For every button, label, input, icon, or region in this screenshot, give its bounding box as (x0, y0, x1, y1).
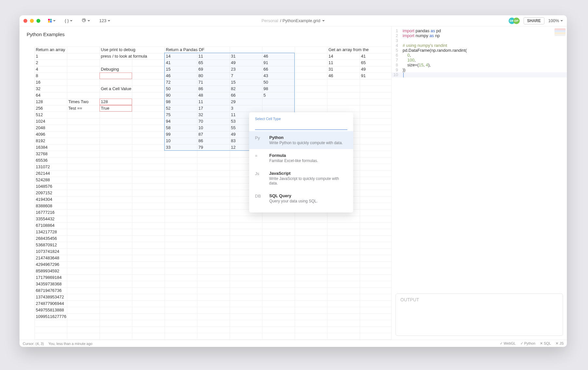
cell-type-option[interactable]: =FormulaFamiliar Excel-like formulas. (249, 149, 353, 167)
cell-type-popup: Select Cell Type PyPythonWrite Python to… (249, 112, 353, 212)
cell[interactable]: 8192 (34, 138, 67, 144)
minimize-icon[interactable] (30, 19, 34, 23)
svg-point-3 (85, 20, 85, 21)
code-line[interactable]: 2import numpy as np (392, 33, 567, 38)
cell[interactable]: 549755813888 (34, 307, 67, 313)
cell[interactable]: 46 (327, 73, 360, 79)
line-number: 9 (392, 67, 403, 72)
cell-label[interactable]: Debuging (100, 66, 158, 73)
cell[interactable]: 16777216 (34, 209, 67, 216)
code-line[interactable]: 7 100, (392, 58, 567, 62)
line-number: 1 (392, 28, 403, 33)
share-button[interactable]: SHARE (524, 17, 544, 24)
cell[interactable]: 4294967296 (34, 261, 67, 268)
color-button[interactable] (80, 17, 92, 24)
svg-point-2 (84, 19, 85, 20)
cell[interactable]: 4096 (34, 131, 67, 138)
cell[interactable]: 1073741824 (34, 248, 67, 255)
code-format-button[interactable]: { } (63, 18, 74, 24)
cell[interactable]: 1 (34, 53, 67, 60)
palette-icon (82, 18, 86, 23)
cell[interactable]: 64 (34, 92, 67, 99)
cell[interactable]: 14 (327, 53, 360, 60)
code-line[interactable]: 4# using numpy's randint (392, 43, 567, 48)
cell[interactable]: 91 (360, 73, 391, 79)
braces-icon: { } (65, 18, 69, 23)
main-area: Python Examples Return an arrayUse print… (20, 26, 567, 340)
cell[interactable]: 512 (34, 112, 67, 118)
code-line[interactable]: 3 (392, 38, 567, 43)
cell[interactable]: 8589934592 (34, 268, 67, 274)
cell[interactable]: 2 (34, 60, 67, 66)
cell[interactable]: 11 (327, 60, 360, 66)
cell[interactable]: 536870912 (34, 242, 67, 248)
code-line[interactable]: 9)) (392, 67, 567, 72)
page-title: Python Examples (27, 32, 65, 37)
cell[interactable]: 128 (34, 99, 67, 105)
zoom-control[interactable]: 100% (548, 18, 563, 23)
cell[interactable]: 1048576 (34, 183, 67, 190)
breadcrumb[interactable]: Personal / PythonExample.grid (261, 18, 325, 23)
cell[interactable]: 31 (327, 66, 360, 73)
file-name: PythonExample.grid (283, 18, 320, 23)
cell-type-option[interactable]: JsJavaScriptWrite JavaScript to quickly … (249, 167, 353, 189)
zoom-icon[interactable] (36, 19, 40, 23)
workspace-name: Personal (261, 18, 278, 23)
cell[interactable]: 8 (34, 73, 67, 79)
cell[interactable]: 32768 (34, 151, 67, 157)
cell[interactable]: 131072 (34, 164, 67, 170)
cell-label[interactable]: Get a Cell Value (100, 86, 158, 92)
cell[interactable]: 128 (100, 99, 132, 105)
app-window: { } 123 Personal / PythonExample.grid DK… (20, 15, 567, 347)
avatar[interactable]: DP (513, 18, 520, 24)
cell[interactable]: 2147483648 (34, 255, 67, 261)
cell[interactable]: 2097152 (34, 190, 67, 196)
cell-type-option[interactable]: PyPythonWrite Python to quickly compute … (249, 131, 353, 149)
code-line[interactable]: 8 size=(15, 4), (392, 62, 567, 67)
cell[interactable]: 16 (34, 79, 67, 86)
cell[interactable]: 262144 (34, 170, 67, 177)
cell[interactable]: 4194304 (34, 196, 67, 203)
presence-avatars[interactable]: DKDP (509, 18, 520, 24)
cell[interactable]: 1024 (34, 118, 67, 125)
code-line[interactable]: 10 (392, 72, 567, 77)
cell[interactable]: 17179869184 (34, 274, 67, 281)
number-format-button[interactable]: 123 (97, 18, 112, 24)
cell[interactable]: 65536 (34, 157, 67, 164)
cell-label[interactable]: Return an array (34, 47, 93, 53)
cell[interactable]: True (100, 105, 132, 112)
cell[interactable]: 1099511627776 (34, 313, 67, 320)
cell[interactable]: 49 (360, 66, 391, 73)
cell-label[interactable]: press / to look at formula (100, 53, 165, 60)
cell[interactable]: 32 (34, 86, 67, 92)
app-menu-button[interactable] (46, 18, 58, 23)
code-editor[interactable]: 1import pandas as pd2import numpy as np3… (392, 26, 567, 294)
cell-type-option[interactable]: DBSQL QueryQuery your data using SQL. (249, 189, 353, 207)
close-icon[interactable] (23, 19, 27, 23)
svg-point-1 (83, 20, 84, 20)
cell[interactable]: 33554432 (34, 216, 67, 222)
cell-type-search-input[interactable] (255, 123, 347, 130)
cell[interactable]: 524288 (34, 177, 67, 183)
cell[interactable]: 41 (360, 53, 391, 60)
cell[interactable]: 256 (34, 105, 67, 112)
cell[interactable]: 137438953472 (34, 294, 67, 300)
cell[interactable]: 67108864 (34, 222, 67, 229)
code-line[interactable]: 1import pandas as pd (392, 28, 567, 33)
cell[interactable]: 134217728 (34, 229, 67, 235)
cell[interactable]: 16384 (34, 144, 67, 151)
code-line[interactable]: 5pd.DataFrame(np.random.randint( (392, 48, 567, 53)
cell[interactable]: 2048 (34, 125, 67, 131)
cell-label[interactable]: Return a Pandas DF (165, 47, 223, 53)
cell[interactable]: 65 (360, 60, 391, 66)
cell[interactable]: 68719476736 (34, 287, 67, 294)
cell[interactable]: 8388608 (34, 203, 67, 209)
cell[interactable]: 274877906944 (34, 300, 67, 307)
cell[interactable]: 268435456 (34, 235, 67, 242)
cell-label[interactable]: Get an array from the (327, 47, 391, 53)
cell[interactable]: 4 (34, 66, 67, 73)
code-line[interactable]: 6 0, (392, 53, 567, 58)
spreadsheet-grid[interactable]: Python Examples Return an arrayUse print… (20, 26, 391, 340)
cell-label[interactable]: Use print to debug (100, 47, 158, 53)
cell[interactable]: 34359738368 (34, 281, 67, 287)
